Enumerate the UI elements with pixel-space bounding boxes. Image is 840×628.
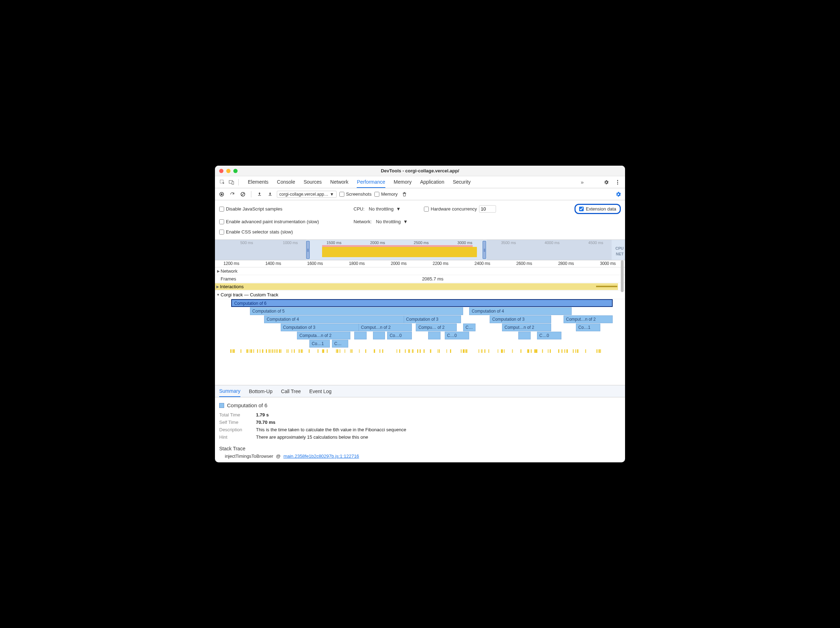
flame-chart[interactable]: Computation of 6Computation of 5Computat… <box>215 299 625 385</box>
overview-handle-left[interactable]: || <box>306 241 310 259</box>
tab-elements[interactable]: Elements <box>248 176 268 188</box>
dtab-eventlog[interactable]: Event Log <box>309 386 332 397</box>
flame-block[interactable]: Computation of 4 <box>264 315 412 323</box>
network-throttle-select[interactable]: No throttling ▼ <box>374 218 410 225</box>
flame-block[interactable] <box>354 332 366 340</box>
hw-concurrency-input[interactable] <box>479 205 496 212</box>
interactions-track[interactable]: ▶Interactions <box>215 283 625 291</box>
dtab-calltree[interactable]: Call Tree <box>281 386 301 397</box>
flame-scrollbar[interactable] <box>619 260 624 385</box>
svg-rect-2 <box>232 181 234 184</box>
recording-selector[interactable]: corgi-collage.vercel.app…▼ <box>277 191 336 198</box>
svg-point-3 <box>617 180 618 181</box>
color-swatch <box>219 403 224 408</box>
flame-block[interactable]: Computation of 3 <box>489 315 551 323</box>
flame-block[interactable]: Comput…n of 2 <box>564 315 613 323</box>
hw-concurrency-checkbox[interactable]: Hardware concurrency <box>424 206 477 212</box>
disable-js-checkbox[interactable]: Disable JavaScript samples <box>219 206 283 212</box>
timeline-overview[interactable]: 500 ms 1000 ms 1500 ms 2000 ms 2500 ms 3… <box>215 240 625 260</box>
dtab-bottomup[interactable]: Bottom-Up <box>249 386 273 397</box>
network-track-header[interactable]: ▶Network <box>215 268 625 275</box>
flame-block[interactable]: Co…0 <box>387 332 412 340</box>
flame-block[interactable]: Computation of 5 <box>250 307 463 315</box>
devtools-window: DevTools - corgi-collage.vercel.app/ Ele… <box>215 166 625 462</box>
svg-rect-10 <box>258 195 261 195</box>
main-tabs: Elements Console Sources Network Perform… <box>248 176 471 188</box>
tab-sources[interactable]: Sources <box>304 176 322 188</box>
tab-performance[interactable]: Performance <box>357 176 385 188</box>
kebab-menu-icon[interactable] <box>613 178 622 187</box>
flame-block[interactable]: Comput…n of 2 <box>502 324 551 331</box>
svg-point-5 <box>617 183 618 184</box>
settings-gear-icon[interactable] <box>602 178 611 187</box>
svg-rect-11 <box>269 195 272 195</box>
memory-checkbox[interactable]: Memory <box>374 192 398 197</box>
clear-button[interactable] <box>239 190 247 198</box>
download-icon[interactable] <box>266 190 274 198</box>
flame-block[interactable] <box>428 332 441 340</box>
frames-track[interactable]: Frames 2085.7 ms <box>215 275 625 283</box>
detail-title-text: Computation of 6 <box>227 402 267 408</box>
svg-point-4 <box>617 181 618 183</box>
svg-rect-12 <box>404 192 405 192</box>
tab-console[interactable]: Console <box>277 176 295 188</box>
detail-tabs: Summary Bottom-Up Call Tree Event Log <box>215 386 625 397</box>
flame-block[interactable]: Compu… of 2 <box>416 324 457 331</box>
screenshots-checkbox[interactable]: Screenshots <box>339 192 371 197</box>
flame-block[interactable]: C… <box>332 340 348 348</box>
inspect-icon[interactable] <box>218 178 227 187</box>
performance-toolbar: corgi-collage.vercel.app…▼ Screenshots M… <box>215 188 625 200</box>
stack-trace-line: injectTimingsToBrowser @ main.2358fe1b2c… <box>219 453 621 459</box>
advanced-paint-checkbox[interactable]: Enable advanced paint instrumentation (s… <box>219 219 319 224</box>
flame-block[interactable]: Computation of 3 <box>404 315 461 323</box>
extension-data-checkbox[interactable]: Extension data <box>575 204 621 214</box>
flame-block[interactable] <box>518 332 531 340</box>
detail-summary: Computation of 6 Total Time1.79 s Self T… <box>215 397 625 462</box>
device-toggle-icon[interactable] <box>227 178 236 187</box>
time-ruler[interactable]: 1200 ms 1400 ms 1600 ms 1800 ms 2000 ms … <box>215 260 625 268</box>
devtools-tabs: Elements Console Sources Network Perform… <box>215 176 625 188</box>
flame-block[interactable]: Computation of 3 <box>281 324 363 331</box>
css-stats-checkbox[interactable]: Enable CSS selector stats (slow) <box>219 229 293 235</box>
tab-security[interactable]: Security <box>453 176 471 188</box>
flame-block[interactable]: C…0 <box>537 332 562 340</box>
tab-network[interactable]: Network <box>330 176 348 188</box>
flame-block[interactable]: Comput…n of 2 <box>358 324 412 331</box>
flame-block[interactable]: Co…1 <box>309 340 330 348</box>
tab-memory[interactable]: Memory <box>394 176 412 188</box>
capture-settings-panel: Disable JavaScript samples CPU: No throt… <box>215 200 625 240</box>
flame-block[interactable]: Computa…n of 2 <box>297 332 351 340</box>
overview-handle-right[interactable]: || <box>483 241 486 259</box>
flame-block[interactable]: Co…1 <box>576 324 601 331</box>
titlebar: DevTools - corgi-collage.vercel.app/ <box>215 166 625 176</box>
overview-activity <box>322 247 477 257</box>
dtab-summary[interactable]: Summary <box>219 386 240 397</box>
flame-block[interactable]: C… <box>463 324 475 331</box>
flame-block[interactable]: Computation of 4 <box>469 307 572 315</box>
window-title: DevTools - corgi-collage.vercel.app/ <box>215 168 625 173</box>
svg-point-7 <box>221 193 223 195</box>
record-button[interactable] <box>218 190 226 198</box>
reload-record-button[interactable] <box>228 190 236 198</box>
tab-application[interactable]: Application <box>420 176 444 188</box>
cpu-throttle-select[interactable]: No throttling ▼ <box>366 206 403 212</box>
flame-block[interactable] <box>373 332 385 340</box>
svg-rect-13 <box>403 193 406 193</box>
flame-block[interactable]: Computation of 6 <box>231 299 613 307</box>
capture-settings-gear-icon[interactable] <box>614 190 622 198</box>
flame-block[interactable]: C…0 <box>445 332 469 340</box>
more-tabs-icon[interactable]: » <box>578 178 587 187</box>
garbage-collect-icon[interactable] <box>401 190 408 198</box>
upload-icon[interactable] <box>256 190 264 198</box>
stack-source-link[interactable]: main.2358fe1b2c80297b.js:1:122716 <box>284 453 359 459</box>
svg-line-9 <box>242 193 244 196</box>
flame-pane: 1200 ms 1400 ms 1600 ms 1800 ms 2000 ms … <box>215 260 625 386</box>
custom-track-header[interactable]: ▼Corgi track — Custom Track <box>215 291 625 299</box>
stack-trace-title: Stack Trace <box>219 446 621 452</box>
